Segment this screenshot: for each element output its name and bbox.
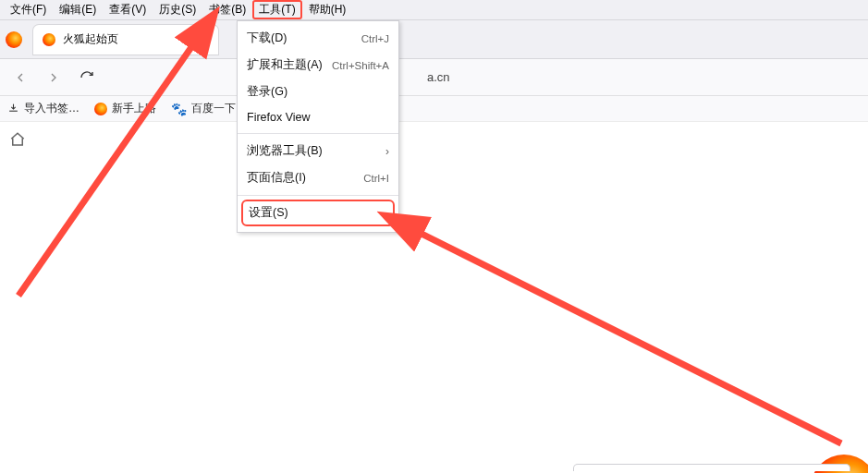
menu-item-shortcut: Ctrl+J — [361, 33, 389, 44]
menu-item-signin[interactable]: 登录(G) — [238, 79, 398, 105]
search-box-edge[interactable] — [573, 464, 850, 471]
menu-item-label: 页面信息(I) — [247, 170, 306, 186]
tools-menu-dropdown: 下载(D) Ctrl+J 扩展和主题(A) Ctrl+Shift+A 登录(G)… — [237, 20, 399, 233]
menu-item-label: 下载(D) — [247, 30, 287, 46]
firefox-logo-icon — [6, 31, 22, 48]
menu-item-shortcut: Ctrl+I — [363, 173, 389, 184]
menu-item-label: 设置(S) — [249, 205, 288, 221]
menu-item-browser-tools[interactable]: 浏览器工具(B) › — [238, 138, 398, 164]
menu-item-downloads[interactable]: 下载(D) Ctrl+J — [238, 25, 398, 52]
bookmark-label: 新手上路 — [112, 101, 156, 116]
menu-item-settings[interactable]: 设置(S) — [241, 200, 395, 226]
menu-item-label: 浏览器工具(B) — [247, 143, 323, 159]
menu-item-page-info[interactable]: 页面信息(I) Ctrl+I — [238, 164, 398, 191]
menu-item-label: Firefox View — [247, 111, 311, 124]
menu-history[interactable]: 历史(S) — [153, 0, 202, 19]
menu-edit[interactable]: 编辑(E) — [53, 0, 103, 19]
menu-separator — [238, 195, 398, 196]
menu-view[interactable]: 查看(V) — [103, 0, 153, 19]
menu-item-addons[interactable]: 扩展和主题(A) Ctrl+Shift+A — [238, 52, 398, 79]
browser-tab[interactable]: 火狐起始页 × — [33, 25, 218, 55]
nav-toolbar: a.cn — [0, 59, 868, 96]
page-content — [0, 122, 868, 473]
bookmark-item-baidu[interactable]: 🐾 百度一下， — [171, 101, 247, 116]
chevron-right-icon: › — [385, 145, 389, 158]
menu-bar: 文件(F) 编辑(E) 查看(V) 历史(S) 书签(B) 工具(T) 帮助(H… — [0, 0, 868, 20]
bookmark-item-getting-started[interactable]: 新手上路 — [94, 101, 156, 116]
tab-title: 火狐起始页 — [63, 31, 196, 47]
url-fragment: a.cn — [427, 70, 450, 84]
import-bookmarks-label: 导入书签… — [24, 101, 79, 116]
menu-help[interactable]: 帮助(H) — [302, 0, 353, 19]
tab-strip: 火狐起始页 × — [0, 20, 868, 59]
import-bookmarks-button[interactable]: 导入书签… — [7, 101, 79, 116]
menu-item-firefox-view[interactable]: Firefox View — [238, 105, 398, 129]
home-icon[interactable] — [9, 131, 26, 151]
menu-tools[interactable]: 工具(T) — [252, 0, 301, 19]
menu-item-shortcut: Ctrl+Shift+A — [332, 60, 389, 71]
reload-button[interactable] — [74, 65, 100, 91]
baidu-paw-icon: 🐾 — [171, 102, 187, 116]
tab-favicon-icon — [43, 33, 55, 46]
back-button[interactable] — [7, 65, 33, 91]
firefox-icon — [94, 103, 107, 115]
forward-button[interactable] — [41, 65, 67, 91]
import-icon — [7, 103, 19, 115]
menu-file[interactable]: 文件(F) — [4, 0, 53, 19]
menu-bookmarks[interactable]: 书签(B) — [202, 0, 252, 19]
bookmarks-toolbar: 导入书签… 新手上路 🐾 百度一下， — [0, 96, 868, 122]
menu-separator — [238, 133, 398, 134]
menu-item-label: 登录(G) — [247, 84, 287, 100]
menu-item-label: 扩展和主题(A) — [247, 57, 323, 73]
close-icon[interactable]: × — [202, 32, 209, 47]
